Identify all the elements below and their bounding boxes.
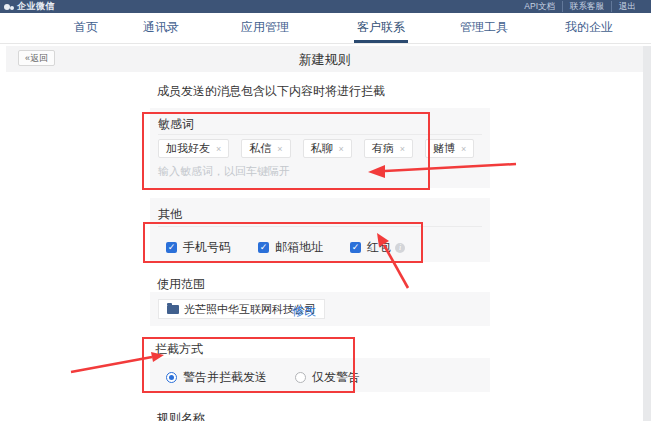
checkbox-email-address[interactable]: ✓ 邮箱地址 [258, 239, 323, 256]
tab-customer-contact[interactable]: 客户联系 [357, 13, 405, 44]
other-label: 其他 [158, 206, 182, 223]
contact-support-link[interactable]: 联系客服 [562, 1, 611, 12]
checkbox-label: 手机号码 [183, 239, 231, 256]
checkbox-checked-icon: ✓ [258, 242, 269, 253]
tag-label: 私聊 [311, 141, 333, 156]
logout-link[interactable]: 退出 [611, 1, 643, 12]
tag-label: 有病 [372, 141, 394, 156]
checkbox-checked-icon: ✓ [350, 242, 361, 253]
divider [158, 226, 482, 227]
radio-unselected-icon [295, 372, 306, 383]
tab-home[interactable]: 首页 [74, 13, 98, 44]
remove-tag-icon[interactable]: × [216, 144, 221, 154]
radio-label: 警告并拦截发送 [183, 369, 267, 386]
remove-tag-icon[interactable]: × [277, 144, 282, 154]
info-icon[interactable]: i [395, 243, 405, 253]
top-bar: 企业微信 API文档 联系客服 退出 [0, 0, 651, 13]
tab-my-company[interactable]: 我的企业 [565, 13, 613, 44]
radio-selected-icon [166, 372, 177, 383]
radio-warn-only[interactable]: 仅发警告 [295, 369, 360, 386]
radio-label: 仅发警告 [312, 369, 360, 386]
intercept-method-label: 拦截方式 [155, 341, 203, 358]
tab-apps[interactable]: 应用管理 [241, 13, 289, 44]
scope-edit-link[interactable]: 修改 [292, 303, 316, 320]
tag-label: 加我好友 [166, 141, 210, 156]
main-nav: 首页 通讯录 应用管理 客户联系 管理工具 我的企业 [0, 13, 651, 44]
sensitive-words-input[interactable]: 输入敏感词，以回车键隔开 [158, 164, 290, 179]
tag-label: 私信 [249, 141, 271, 156]
folder-icon [167, 305, 179, 314]
scope-label: 使用范围 [157, 276, 205, 293]
checkbox-label: 邮箱地址 [275, 239, 323, 256]
api-docs-link[interactable]: API文档 [517, 1, 562, 12]
checkbox-phone-number[interactable]: ✓ 手机号码 [166, 239, 231, 256]
tag-chip[interactable]: 加我好友× [158, 139, 229, 158]
sensitive-words-taglist: 加我好友× 私信× 私聊× 有病× 赌博× [158, 139, 474, 158]
tab-admin-tools[interactable]: 管理工具 [460, 13, 508, 44]
page-title: 新建规则 [6, 51, 643, 69]
app-logo: 企业微信 [4, 0, 55, 13]
back-button[interactable]: «返回 [18, 50, 55, 66]
checkbox-red-packet[interactable]: ✓ 红包 i [350, 239, 405, 256]
tag-label: 赌博 [433, 141, 455, 156]
checkbox-label: 红包 [367, 239, 391, 256]
other-options-row: ✓ 手机号码 ✓ 邮箱地址 ✓ 红包 i [166, 239, 405, 256]
sensitive-words-label: 敏感词 [158, 116, 194, 133]
top-links: API文档 联系客服 退出 [517, 0, 643, 13]
tag-chip[interactable]: 私聊× [303, 139, 352, 158]
tag-chip[interactable]: 私信× [241, 139, 290, 158]
rule-name-label: 规则名称 [157, 410, 205, 421]
tag-chip[interactable]: 有病× [364, 139, 413, 158]
tag-chip[interactable]: 赌博× [425, 139, 474, 158]
remove-tag-icon[interactable]: × [400, 144, 405, 154]
page: 企业微信 API文档 联系客服 退出 首页 通讯录 应用管理 客户联系 管理工具… [0, 0, 651, 421]
radio-warn-and-block[interactable]: 警告并拦截发送 [166, 369, 267, 386]
intercept-options-row: 警告并拦截发送 仅发警告 [166, 369, 360, 386]
intro-text: 成员发送的消息包含以下内容时将进行拦截 [157, 83, 385, 100]
divider [158, 134, 482, 135]
checkbox-checked-icon: ✓ [166, 242, 177, 253]
app-logo-text: 企业微信 [17, 0, 55, 13]
wecom-logo-icon [4, 3, 14, 11]
remove-tag-icon[interactable]: × [339, 144, 344, 154]
vertical-scrollbar[interactable] [643, 46, 651, 421]
remove-tag-icon[interactable]: × [461, 144, 466, 154]
tab-contacts[interactable]: 通讯录 [143, 13, 179, 44]
